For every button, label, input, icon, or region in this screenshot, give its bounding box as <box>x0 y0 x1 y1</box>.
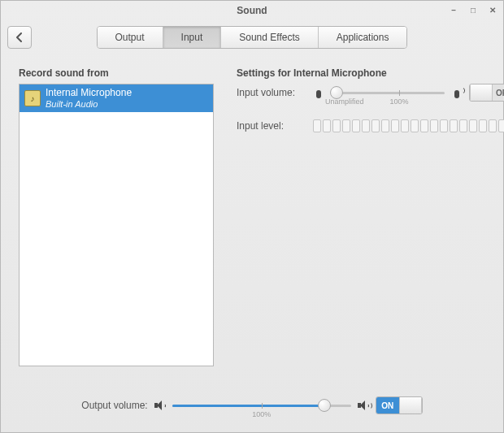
level-segment <box>459 119 467 132</box>
level-segment <box>381 119 389 132</box>
tab-strip: Output Input Sound Effects Applications <box>97 26 408 49</box>
level-segment <box>401 119 409 132</box>
close-button[interactable]: ✕ <box>487 5 498 16</box>
tab-output[interactable]: Output <box>98 27 163 48</box>
content-area: Record sound from ♪ Internal Microphone … <box>1 54 503 388</box>
level-segment <box>420 119 428 132</box>
device-item-internal-microphone[interactable]: ♪ Internal Microphone Built-in Audio <box>20 84 213 112</box>
output-volume-slider[interactable]: 100% <box>172 397 351 414</box>
toggle-label: ON <box>376 397 399 414</box>
microphone-low-icon <box>313 87 324 98</box>
sound-card-icon: ♪ <box>24 90 41 106</box>
level-segment <box>332 119 341 132</box>
output-volume-toggle[interactable]: ON <box>376 396 423 414</box>
back-button[interactable] <box>7 26 32 49</box>
level-segment <box>323 119 331 132</box>
tab-input[interactable]: Input <box>163 27 222 48</box>
input-level-label: Input level: <box>237 120 306 132</box>
device-name: Internal Microphone <box>46 88 132 99</box>
input-volume-row: Input volume: Unamplified 100% OFF <box>237 84 504 102</box>
minimize-button[interactable]: – <box>448 5 459 16</box>
record-source-panel: Record sound from ♪ Internal Microphone … <box>19 67 214 388</box>
window-title: Sound <box>237 5 267 16</box>
maximize-button[interactable]: □ <box>467 5 479 16</box>
tab-applications[interactable]: Applications <box>319 27 407 48</box>
device-subtitle: Built-in Audio <box>46 99 132 110</box>
tab-sound-effects[interactable]: Sound Effects <box>221 27 319 48</box>
microphone-high-icon <box>451 87 463 98</box>
level-segment <box>352 119 360 132</box>
level-segment <box>489 119 497 132</box>
toolbar: Output Input Sound Effects Applications <box>1 20 503 54</box>
output-volume-footer: Output volume: 100% ON <box>1 388 503 432</box>
input-level-meter <box>313 119 504 132</box>
level-segment <box>479 119 487 132</box>
chevron-left-icon <box>15 32 24 42</box>
level-segment <box>450 119 458 132</box>
input-volume-slider[interactable]: Unamplified 100% <box>331 84 445 101</box>
level-segment <box>362 119 370 132</box>
device-list[interactable]: ♪ Internal Microphone Built-in Audio <box>19 84 214 366</box>
level-segment <box>469 119 477 132</box>
level-segment <box>371 119 380 132</box>
tick-100: 100% <box>389 97 408 106</box>
level-segment <box>411 119 419 132</box>
input-volume-toggle[interactable]: OFF <box>469 84 504 102</box>
level-segment <box>391 119 399 132</box>
input-volume-label: Input volume: <box>237 87 306 98</box>
input-level-row: Input level: <box>237 119 504 132</box>
level-segment <box>498 119 504 132</box>
toggle-label: OFF <box>493 84 504 101</box>
speaker-low-icon <box>154 400 166 411</box>
titlebar: Sound – □ ✕ <box>1 1 503 20</box>
level-segment <box>430 119 438 132</box>
sound-settings-window: Sound – □ ✕ Output Input Sound Effects A… <box>0 0 504 433</box>
settings-heading: Settings for Internal Microphone <box>237 67 504 79</box>
window-controls: – □ ✕ <box>448 1 498 20</box>
level-segment <box>342 119 350 132</box>
record-source-heading: Record sound from <box>19 67 214 79</box>
device-settings-panel: Settings for Internal Microphone Input v… <box>237 67 504 388</box>
device-text: Internal Microphone Built-in Audio <box>46 88 132 109</box>
level-segment <box>440 119 448 132</box>
tick-output-100: 100% <box>252 410 271 418</box>
tick-unamplified: Unamplified <box>325 97 364 106</box>
output-volume-label: Output volume: <box>81 400 147 411</box>
level-segment <box>313 119 321 132</box>
speaker-high-icon <box>358 400 369 411</box>
